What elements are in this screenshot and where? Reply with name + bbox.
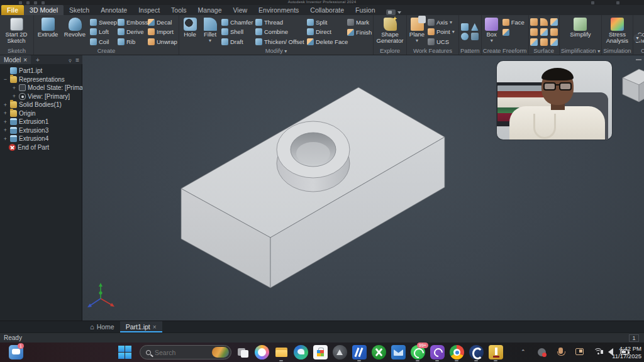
autodesk-app-icon[interactable]: [333, 345, 347, 359]
emboss-button[interactable]: Emboss: [118, 18, 145, 26]
tab-manage[interactable]: Manage: [192, 5, 228, 15]
tree-item-model-state[interactable]: + Model State: [Primary]: [0, 84, 82, 92]
tab-sketch[interactable]: Sketch: [64, 5, 95, 15]
tree-item-extrusion3[interactable]: + Extrusion3: [0, 126, 82, 135]
split-button[interactable]: Split: [307, 18, 345, 26]
group-label-explore[interactable]: Explore: [374, 47, 406, 55]
search-icon[interactable]: ⌕: [65, 55, 74, 64]
group-label-create-freeform[interactable]: Create Freeform: [482, 47, 528, 55]
stitch-icon[interactable]: [530, 18, 538, 26]
tab-file[interactable]: File: [1, 5, 24, 15]
search-input[interactable]: [155, 349, 208, 356]
mirror-icon[interactable]: [471, 23, 479, 31]
unwrap-button[interactable]: Unwrap: [148, 38, 177, 45]
webcam-overlay[interactable]: [497, 61, 612, 140]
inventor-cam-icon[interactable]: [469, 345, 484, 359]
freeform-convert-button[interactable]: [502, 28, 526, 36]
autocad-icon[interactable]: [352, 345, 367, 359]
3d-viewport[interactable]: [82, 55, 644, 321]
sweep-button[interactable]: Sweep: [90, 18, 115, 26]
extend-icon[interactable]: [540, 28, 548, 36]
hamburger-menu-icon[interactable]: ≡: [75, 57, 79, 63]
simplify-button[interactable]: Simplify: [563, 16, 598, 47]
revolve-button[interactable]: Revolve: [62, 16, 88, 47]
tree-item-representations[interactable]: − Representations: [0, 75, 82, 84]
microphone-icon[interactable]: [558, 348, 563, 354]
ribbon-collapse-button[interactable]: ▾: [633, 34, 641, 42]
group-label-work-features[interactable]: Work Features: [407, 47, 458, 55]
shell-button[interactable]: Shell: [221, 28, 253, 36]
ruled-surface-icon[interactable]: [530, 38, 538, 46]
draft-button[interactable]: Draft: [221, 38, 253, 45]
tree-item-origin[interactable]: + Origin: [0, 109, 82, 118]
chamfer-button[interactable]: Chamfer: [221, 18, 253, 26]
start-2d-sketch-button[interactable]: Start 2D Sketch: [1, 16, 31, 47]
tree-item-extrusion1[interactable]: + Extrusion1: [0, 118, 82, 126]
thread-button[interactable]: Thread: [255, 18, 304, 26]
expand-icon[interactable]: +: [3, 110, 8, 116]
freeform-face-button[interactable]: Face: [502, 18, 526, 26]
extrude-button[interactable]: Extrude: [35, 16, 60, 47]
hole-button[interactable]: Hole: [180, 16, 199, 47]
tab-part1-ipt[interactable]: Part1.ipt ×: [120, 321, 162, 332]
loft-button[interactable]: Loft: [90, 28, 115, 36]
rectangular-pattern-icon[interactable]: [461, 23, 469, 31]
expand-icon[interactable]: +: [3, 102, 8, 108]
task-view-icon[interactable]: [236, 345, 250, 359]
tree-item-part[interactable]: Part1.ipt: [0, 67, 82, 75]
circular-pattern-icon[interactable]: [461, 33, 469, 40]
close-icon[interactable]: ×: [153, 324, 157, 331]
tree-item-solid-bodies[interactable]: + Solid Bodies(1): [0, 101, 82, 109]
group-label-convert[interactable]: Convert: [633, 47, 644, 55]
coil-button[interactable]: Coil: [90, 38, 115, 45]
xbox-icon[interactable]: [372, 345, 386, 359]
decal-button[interactable]: Decal: [148, 18, 177, 26]
outlook-icon[interactable]: [391, 345, 406, 359]
patch-icon[interactable]: [540, 38, 548, 46]
snip-cast-icon[interactable]: [575, 348, 584, 355]
expand-icon[interactable]: +: [3, 119, 8, 125]
derive-button[interactable]: Derive: [118, 28, 145, 36]
sculpt-icon[interactable]: [550, 18, 558, 26]
stress-analysis-button[interactable]: Stress Analysis: [603, 16, 631, 47]
tab-environments[interactable]: Environments: [253, 5, 304, 15]
window-control-icon[interactable]: [616, 1, 619, 4]
group-label-create[interactable]: Create: [34, 47, 179, 55]
combine-button[interactable]: Combine: [255, 28, 304, 36]
group-label-pattern[interactable]: Pattern: [459, 47, 481, 55]
tree-item-end-of-part[interactable]: End of Part: [0, 143, 82, 152]
expand-icon[interactable]: +: [11, 85, 17, 91]
tray-chevron-up-icon[interactable]: ⌃: [521, 349, 526, 355]
ucs-button[interactable]: UCS: [428, 38, 457, 45]
rib-button[interactable]: Rib: [118, 38, 145, 45]
tab-home[interactable]: ⌂ Home: [84, 321, 120, 332]
viewport-menu-dash[interactable]: [636, 59, 641, 60]
freeform-box-button[interactable]: Box ▾: [483, 16, 501, 47]
group-label-modify[interactable]: Modify ▾: [179, 47, 373, 55]
sketch-pattern-icon[interactable]: [471, 33, 479, 40]
tab-collaborate[interactable]: Collaborate: [304, 5, 350, 15]
tree-item-view[interactable]: + View: [Primary]: [0, 92, 82, 101]
tree-item-extrusion4[interactable]: + Extrusion4: [0, 134, 82, 143]
add-browser-icon[interactable]: +: [36, 57, 40, 63]
expand-icon[interactable]: +: [3, 136, 8, 142]
group-label-sketch[interactable]: Sketch: [0, 47, 33, 55]
taskbar-search[interactable]: [140, 345, 231, 359]
thicken-offset-button[interactable]: Thicken/ Offset: [255, 38, 304, 45]
file-explorer-icon[interactable]: [274, 345, 289, 359]
boundary-patch-icon[interactable]: [540, 18, 548, 26]
group-label-simplification[interactable]: Simplification ▾: [560, 47, 602, 55]
tab-inspect[interactable]: Inspect: [133, 5, 165, 15]
browser-tab-model[interactable]: Model ×: [0, 55, 31, 64]
axis-button[interactable]: Axis ▾: [428, 18, 457, 26]
chrome-icon[interactable]: [450, 345, 464, 359]
copilot-icon[interactable]: [255, 345, 269, 359]
collapse-icon[interactable]: −: [3, 76, 8, 82]
replace-face-icon[interactable]: [550, 28, 558, 36]
inventor-pro-icon[interactable]: [489, 345, 503, 359]
viber-icon[interactable]: [430, 345, 445, 359]
group-label-surface[interactable]: Surface: [529, 47, 559, 55]
search-highlight-thumbnail[interactable]: [212, 347, 229, 358]
expand-icon[interactable]: +: [11, 93, 17, 99]
microsoft-store-icon[interactable]: [313, 345, 328, 359]
